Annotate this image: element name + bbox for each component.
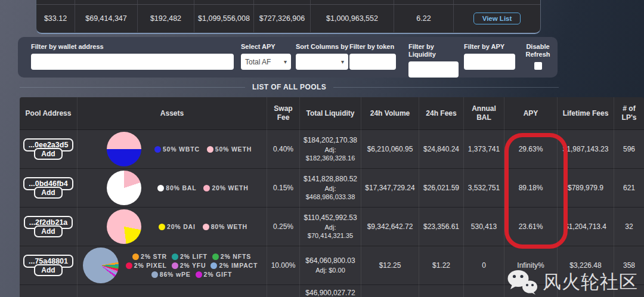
liquidity-filter-input[interactable]	[408, 61, 459, 78]
legend-label: 86% wPE	[160, 271, 191, 278]
chevron-down-icon: ▾	[341, 58, 344, 65]
legend-dot	[196, 271, 202, 278]
total-liquidity-cell: $141,828,880.52 Adj: $468,986,033.38	[300, 169, 361, 208]
legend-label: 2% PIXEL	[134, 262, 167, 269]
divider	[333, 87, 559, 88]
swap-fee-cell: 0.40%	[267, 130, 300, 169]
summary-value: $33.12	[36, 5, 75, 32]
lps-cell: 596	[614, 130, 644, 169]
volume-cell: $17,347,729.24	[361, 169, 419, 208]
header-apy: APY	[504, 97, 558, 130]
legend-label: 2% IMPACT	[219, 262, 258, 269]
legend-dot	[154, 146, 161, 153]
legend-label: 50% WETH	[215, 146, 252, 153]
legend-label: 20% DAI	[167, 223, 196, 230]
summary-card: $33.12 $69,414,347 $192,482 $1,099,556,0…	[36, 0, 541, 34]
legend-dot	[151, 271, 158, 278]
header-pool-address: Pool Address	[20, 97, 78, 130]
legend-label: 2% LIFT	[180, 253, 208, 260]
fees-cell: $24,840.24	[419, 130, 464, 169]
table-row: ...0bd46fb4 Add 80% BAL 20% WETH 0.15% $…	[20, 169, 644, 208]
token-filter-label: Filter by token	[349, 43, 396, 51]
header-lifetime-fees: Lifetime Fees	[558, 97, 614, 130]
legend-dot	[207, 146, 213, 153]
wechat-icon	[507, 270, 538, 295]
legend-dot	[212, 253, 219, 260]
legend-dot	[203, 185, 210, 191]
asset-pie-chart	[83, 248, 119, 283]
lps-cell: 32	[614, 208, 644, 246]
summary-value: $1,000,963,552	[311, 5, 394, 32]
fees-cell: $26,021.59	[419, 169, 464, 208]
watermark: 风火轮社区	[507, 270, 638, 295]
swap-fee-cell: 0.15%	[267, 169, 300, 208]
summary-row-partial	[36, 0, 540, 5]
disable-refresh-checkbox[interactable]	[534, 62, 542, 70]
legend-dot	[157, 185, 164, 191]
page-title: LIST OF ALL POOLS	[252, 83, 326, 91]
section-title-bar: LIST OF ALL POOLS	[20, 83, 559, 91]
summary-value: $727,326,906	[254, 5, 311, 32]
filter-panel: Filter by wallet address Select APY Tota…	[18, 37, 558, 78]
header-swap-fee: Swap Fee	[267, 97, 300, 130]
fees-cell	[419, 285, 464, 297]
select-apy-label: Select APY	[241, 43, 291, 51]
legend-label: 2% GIFT	[204, 271, 233, 278]
select-apy-dropdown[interactable]: Total AF ▾	[241, 54, 291, 70]
fees-cell: $1.22	[419, 246, 464, 285]
legend-label: 20% WETH	[212, 184, 248, 191]
total-liquidity-cell: $184,202,170.38 Adj: $182,369,328.16	[300, 130, 361, 169]
summary-value: $192,482	[138, 5, 194, 32]
asset-legend: 50% WBTC 50% WETH	[141, 146, 265, 153]
annual-bal-cell	[464, 285, 504, 297]
legend-label: 2% YFU	[180, 262, 206, 269]
add-button[interactable]: Add	[34, 225, 62, 237]
header-24h-fees: 24h Fees	[419, 97, 464, 130]
fees-cell: $23,356.61	[419, 208, 464, 246]
volume-cell: $12.25	[361, 246, 419, 285]
summary-value: 6.22	[394, 5, 454, 32]
apy-filter-input[interactable]	[464, 54, 515, 70]
annual-bal-cell: 530,413	[464, 208, 504, 246]
asset-pie-chart	[107, 171, 141, 205]
total-liquidity-cell: $46,900,027.72	[300, 285, 361, 297]
apy-cell: 23.61%	[504, 208, 558, 246]
swap-fee-cell	[267, 285, 300, 297]
lifetime-fees-cell: $789,979.9	[558, 169, 614, 208]
volume-cell	[361, 285, 419, 297]
disable-refresh-label: Disable	[522, 43, 554, 51]
header-annual-bal: Annual BAL	[464, 97, 504, 130]
asset-pie-chart	[107, 132, 141, 166]
apy-filter-label: Filter by APY	[464, 43, 515, 51]
summary-values-row: $33.12 $69,414,347 $192,482 $1,099,556,0…	[36, 5, 540, 32]
select-apy-value: Total AF	[245, 58, 271, 66]
wallet-filter-label: Filter by wallet address	[31, 43, 234, 51]
token-filter-input[interactable]	[349, 54, 396, 70]
wallet-filter-input[interactable]	[31, 54, 234, 70]
legend-dot	[159, 224, 165, 230]
add-button[interactable]: Add	[34, 148, 62, 160]
add-button[interactable]: Add	[34, 187, 62, 199]
apy-cell: 89.18%	[504, 169, 558, 208]
legend-label: 80% WETH	[211, 223, 247, 230]
view-list-button[interactable]: View List	[473, 13, 521, 24]
annual-bal-cell: 3,532,751	[464, 169, 504, 208]
asset-pie-chart	[107, 209, 141, 244]
sort-columns-label: Sort Columns by	[296, 43, 348, 51]
liquidity-filter-label: Filter by Liquidity	[408, 43, 459, 58]
legend-label: 50% WBTC	[163, 146, 200, 153]
asset-legend: 2% STR 2% LIFT 2% NFTS 2% PIXEL 2% YFU 2…	[119, 253, 265, 278]
volume-cell: $9,342,642.72	[361, 208, 419, 246]
header-total-liquidity: Total Liquidity	[300, 97, 361, 130]
total-liquidity-cell: $64,060,800.03 Adj: $0.00	[300, 246, 361, 285]
asset-legend: 20% DAI 80% WETH	[141, 223, 265, 230]
watermark-text: 风火轮社区	[543, 270, 638, 295]
volume-cell: $6,210,060.95	[361, 130, 419, 169]
legend-dot	[172, 262, 178, 269]
disable-refresh-label: Refresh	[522, 51, 554, 58]
legend-dot	[172, 253, 178, 260]
sort-columns-dropdown[interactable]: ▾	[296, 54, 348, 70]
apy-cell: 29.63%	[504, 130, 558, 169]
add-button[interactable]: Add	[34, 264, 62, 276]
summary-value: $69,414,347	[75, 5, 138, 32]
